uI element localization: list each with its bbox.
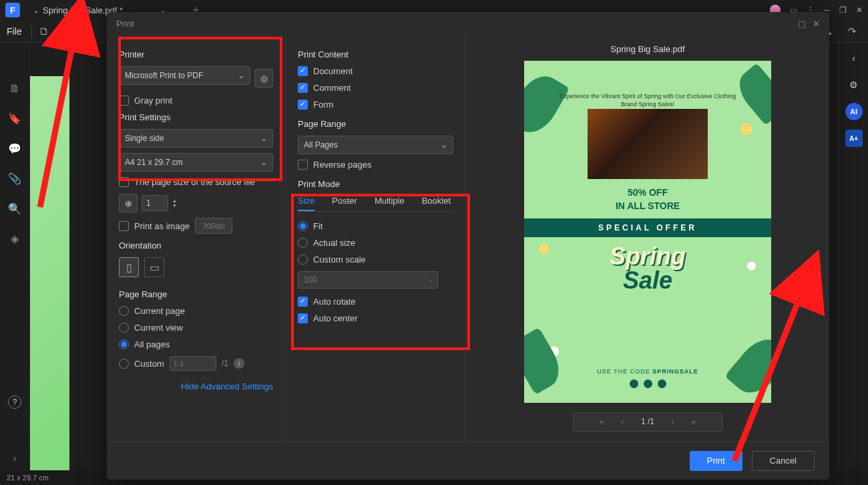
- page-dimensions: 21 x 29.7 cm: [7, 474, 49, 482]
- ai-icon[interactable]: AI: [845, 103, 863, 120]
- paper-select[interactable]: A4 21 x 29.7 cm: [119, 153, 273, 172]
- source-size-checkbox[interactable]: The page size of the source file: [119, 177, 273, 187]
- page-icon[interactable]: 🗎: [9, 83, 20, 95]
- tab-booklet[interactable]: Booklet: [422, 196, 451, 211]
- info-icon[interactable]: i: [234, 358, 244, 369]
- printer-select[interactable]: Microsoft Print to PDF: [119, 66, 250, 85]
- maximize-icon[interactable]: ❐: [839, 5, 847, 15]
- printer-section-label: Printer: [119, 49, 273, 59]
- auto-rotate-checkbox[interactable]: Auto rotate: [298, 297, 453, 307]
- document-strip: [29, 43, 69, 470]
- current-page-radio[interactable]: Current page: [119, 306, 273, 316]
- print-settings-label: Print Settings: [119, 112, 273, 122]
- right-rail: ‹ ⚙ AI A+: [839, 43, 868, 470]
- gray-print-checkbox[interactable]: Gray print: [119, 96, 273, 106]
- radio-icon: [119, 306, 129, 316]
- attachment-icon[interactable]: 📎: [8, 172, 21, 185]
- preview-page: Experience the Vibrant Spirit of Spring …: [524, 61, 771, 403]
- reverse-checkbox[interactable]: Reverse pages: [298, 160, 453, 170]
- orientation-landscape[interactable]: ▭: [144, 257, 164, 277]
- custom-scale-radio[interactable]: Custom scale: [298, 255, 453, 265]
- dialog-body: Printer Microsoft Print to PDF ◎ Gray pr…: [107, 35, 829, 441]
- radio-icon: [298, 255, 308, 265]
- chevron-down-icon: ⌄: [33, 7, 39, 14]
- dpi-input[interactable]: 300dpi: [195, 218, 232, 234]
- current-view-radio[interactable]: Current view: [119, 323, 273, 333]
- twitter-icon: [658, 379, 666, 388]
- layers-icon[interactable]: ◈: [11, 232, 19, 245]
- doc-background: [29, 76, 69, 470]
- pager-next-icon[interactable]: ›: [672, 418, 674, 426]
- print-icon[interactable]: 🖶: [53, 22, 72, 41]
- checkbox-icon: [119, 177, 129, 187]
- tab-poster[interactable]: Poster: [332, 196, 357, 211]
- scale-input[interactable]: 100: [298, 271, 438, 289]
- dialog-footer: Print Cancel: [107, 441, 829, 480]
- pager-prev-icon[interactable]: ‹: [621, 418, 624, 426]
- dialog-header: Print ▢ ✕: [107, 12, 829, 35]
- save-icon[interactable]: 🗋: [35, 22, 53, 41]
- all-pages-radio[interactable]: All pages: [119, 339, 273, 349]
- printer-settings-button[interactable]: ◎: [254, 69, 273, 88]
- copies-input[interactable]: 1: [142, 195, 168, 211]
- radio-icon: [119, 339, 129, 349]
- checkbox-icon: [298, 66, 308, 76]
- dialog-maximize-icon[interactable]: ▢: [798, 19, 806, 29]
- app-logo: F: [5, 3, 20, 17]
- custom-range-radio[interactable]: Custom /1 i: [119, 356, 273, 371]
- preview-tagline: Experience the Vibrant Spirit of Spring …: [558, 93, 738, 108]
- comment-checkbox[interactable]: Comment: [298, 83, 453, 93]
- preview-headline: Spring Sale: [524, 245, 771, 293]
- auto-center-checkbox[interactable]: Auto center: [298, 313, 453, 323]
- pager-first-icon[interactable]: «: [600, 418, 604, 426]
- tab-multiple[interactable]: Multiple: [375, 196, 405, 211]
- close-icon[interactable]: ✕: [856, 5, 863, 15]
- print-mode-label: Print Mode: [298, 179, 453, 189]
- sides-select[interactable]: Single side: [119, 129, 273, 148]
- dialog-close-icon[interactable]: ✕: [813, 19, 820, 29]
- fit-radio[interactable]: Fit: [298, 221, 453, 231]
- left-rail: 🗎 🔖 💬 📎 🔍 ◈ ? ›: [0, 43, 29, 470]
- print-mode-tabs: Size Poster Multiple Booklet: [298, 196, 453, 212]
- preview-filename: Spring Big Sale.pdf: [610, 44, 684, 54]
- preview-column: Spring Big Sale.pdf Experience the Vibra…: [466, 35, 829, 441]
- document-checkbox[interactable]: Document: [298, 66, 453, 76]
- bookmark-icon[interactable]: 🔖: [8, 112, 21, 125]
- expand-icon[interactable]: ›: [13, 453, 17, 464]
- copies-stepper[interactable]: ▲▼: [172, 198, 177, 208]
- pager-last-icon[interactable]: »: [692, 418, 696, 426]
- custom-range-input[interactable]: [170, 356, 216, 371]
- preview-pager: « ‹ 1 /1 › »: [573, 412, 722, 432]
- help-icon[interactable]: ?: [8, 395, 21, 409]
- instagram-icon: [630, 379, 638, 388]
- search-icon[interactable]: 🔍: [8, 202, 21, 215]
- collapse-icon[interactable]: ‹: [845, 49, 863, 67]
- page-range2-label: Page Range: [298, 119, 453, 129]
- redo-icon[interactable]: ↷: [843, 22, 861, 41]
- print-button[interactable]: Print: [690, 451, 742, 471]
- undo-icon[interactable]: ↶: [72, 22, 91, 41]
- radio-icon: [119, 323, 129, 333]
- preview-band: SPECIAL OFFER: [524, 218, 771, 237]
- form-checkbox[interactable]: Form: [298, 100, 453, 110]
- settings-column-1: Printer Microsoft Print to PDF ◎ Gray pr…: [107, 35, 286, 441]
- aplus-icon[interactable]: A+: [845, 130, 863, 147]
- comment-icon[interactable]: 💬: [8, 142, 21, 155]
- divider: [31, 25, 32, 37]
- checkbox-icon: [298, 83, 308, 93]
- tab-size[interactable]: Size: [298, 196, 314, 211]
- orientation-label: Orientation: [119, 240, 273, 251]
- orientation-portrait[interactable]: ▯: [119, 257, 139, 277]
- preview-social-icons: [524, 379, 771, 388]
- print-content-label: Print Content: [298, 49, 453, 59]
- advanced-settings-link[interactable]: Hide Advanced Settings: [119, 381, 273, 391]
- sliders-icon[interactable]: ⚙: [845, 76, 863, 94]
- cancel-button[interactable]: Cancel: [752, 451, 815, 471]
- radio-icon: [298, 238, 308, 248]
- page-range-select[interactable]: All Pages: [298, 136, 453, 154]
- preview-code: USE THE CODE SPRINGSALE: [524, 368, 771, 375]
- actual-size-radio[interactable]: Actual size: [298, 238, 453, 248]
- print-as-image-checkbox[interactable]: Print as image 300dpi: [119, 218, 273, 234]
- file-menu[interactable]: File: [7, 26, 22, 37]
- checkbox-icon: [298, 313, 308, 323]
